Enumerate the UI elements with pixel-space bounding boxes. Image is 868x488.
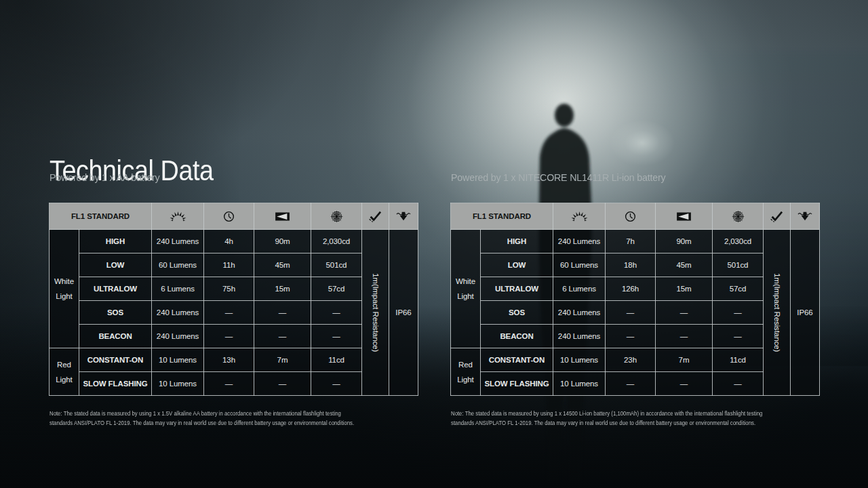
beam-distance-icon [656,203,713,230]
technical-data-page: Technical Data Powered by 1 x AA battery… [0,0,868,488]
runtime-cell: — [606,301,656,325]
lumens-cell: 10 Lumens [152,372,204,396]
liion-battery-note: Note: The stated data is measured by usi… [451,409,762,427]
lumens-cell: 240 Lumens [152,230,204,253]
intensity-cell: — [713,301,764,325]
waterproof-icon [389,203,418,230]
runtime-cell: 126h [606,277,656,301]
distance-cell: — [254,372,311,396]
aa-battery-subtitle: Powered by 1 x AA battery [50,171,410,184]
mode-cell: HIGH [79,230,152,253]
mode-cell: BEACON [481,325,553,348]
impact-resistance-cell: 1m(Impact Resistance) [362,230,389,396]
distance-cell: — [656,301,713,325]
note-line: Note: The stated data is measured by usi… [50,409,360,418]
mode-cell: SLOW FLASHING [481,372,553,396]
runtime-cell: — [204,301,254,325]
intensity-cell: 501cd [311,253,362,277]
runtime-cell: — [606,325,656,348]
mode-cell: CONSTANT-ON [481,348,553,372]
lumens-cell: 240 Lumens [553,301,606,325]
distance-cell: 15m [656,277,713,301]
mode-cell: ULTRALOW [481,277,553,301]
distance-cell: 15m [254,277,311,301]
distance-cell: — [656,372,713,396]
intensity-cell: 11cd [713,348,764,372]
note-line: standards ANSI/PLATO FL 1-2019. The data… [451,418,762,428]
distance-cell: — [254,325,311,348]
intensity-cell: 2,030cd [311,230,362,253]
mode-cell: CONSTANT-ON [79,348,152,372]
light-output-icon [152,203,204,230]
intensity-cell: — [713,325,764,348]
waterproof-rating-cell: IP66 [389,230,418,396]
liion-battery-panel: Powered by 1 x NITECORE NL1411R Li-ion b… [450,171,830,427]
mode-cell: SOS [79,301,152,325]
mode-cell: SOS [481,301,553,325]
aa-battery-note: Note: The stated data is measured by usi… [50,409,360,427]
lumens-cell: 10 Lumens [152,348,204,372]
intensity-cell: 11cd [311,348,362,372]
lumens-cell: 60 Lumens [553,253,606,277]
mode-cell: ULTRALOW [79,277,152,301]
mode-cell: LOW [481,253,553,277]
distance-cell: 45m [254,253,311,277]
lumens-cell: 6 Lumens [152,277,204,301]
distance-cell: 7m [656,348,713,372]
intensity-cell: 57cd [713,277,764,301]
runtime-cell: 13h [204,348,254,372]
waterproof-rating-cell: IP66 [791,230,820,396]
distance-cell: 45m [656,253,713,277]
aa-battery-panel: Powered by 1 x AA battery FL1 STANDARD W… [49,171,429,427]
waterproof-icon [791,203,820,230]
beam-distance-icon [254,203,311,230]
intensity-cell: 501cd [713,253,764,277]
intensity-cell: — [311,372,362,396]
red-light-group-label: Red Light [50,348,79,396]
lumens-cell: 240 Lumens [553,230,606,253]
distance-cell: 90m [254,230,311,253]
peak-beam-intensity-icon [713,203,764,230]
intensity-cell: — [311,301,362,325]
impact-resistance-icon [764,203,791,230]
note-line: standards ANSI/PLATO FL 1-2019. The data… [50,418,360,428]
runtime-icon [204,203,254,230]
runtime-cell: 18h [606,253,656,277]
runtime-cell: — [606,372,656,396]
lumens-cell: 240 Lumens [152,325,204,348]
distance-cell: — [254,301,311,325]
mode-cell: SLOW FLASHING [79,372,152,396]
lumens-cell: 240 Lumens [553,325,606,348]
liion-battery-spec-table: FL1 STANDARD White Light HIGH 240 Lumens… [450,203,820,396]
runtime-cell: — [204,372,254,396]
distance-cell: — [656,325,713,348]
white-light-group-label: White Light [451,230,481,348]
red-light-group-label: Red Light [451,348,481,396]
lumens-cell: 6 Lumens [553,277,606,301]
intensity-cell: — [311,325,362,348]
aa-battery-spec-table: FL1 STANDARD White Light HIGH 240 Lumens… [49,203,418,396]
impact-resistance-icon [362,203,389,230]
runtime-cell: — [204,325,254,348]
runtime-cell: 75h [204,277,254,301]
distance-cell: 90m [656,230,713,253]
white-light-group-label: White Light [50,230,79,348]
distance-cell: 7m [254,348,311,372]
intensity-cell: 57cd [311,277,362,301]
impact-resistance-cell: 1m(Impact Resistance) [764,230,791,396]
runtime-cell: 23h [606,348,656,372]
light-output-icon [553,203,606,230]
mode-cell: BEACON [79,325,152,348]
mode-cell: HIGH [481,230,553,253]
lumens-cell: 10 Lumens [553,372,606,396]
runtime-icon [606,203,656,230]
intensity-cell: — [713,372,764,396]
runtime-cell: 11h [204,253,254,277]
fl1-standard-header: FL1 STANDARD [451,203,553,230]
peak-beam-intensity-icon [311,203,362,230]
lumens-cell: 10 Lumens [553,348,606,372]
liion-battery-subtitle: Powered by 1 x NITECORE NL1411R Li-ion b… [451,171,811,184]
lumens-cell: 240 Lumens [152,301,204,325]
runtime-cell: 4h [204,230,254,253]
runtime-cell: 7h [606,230,656,253]
